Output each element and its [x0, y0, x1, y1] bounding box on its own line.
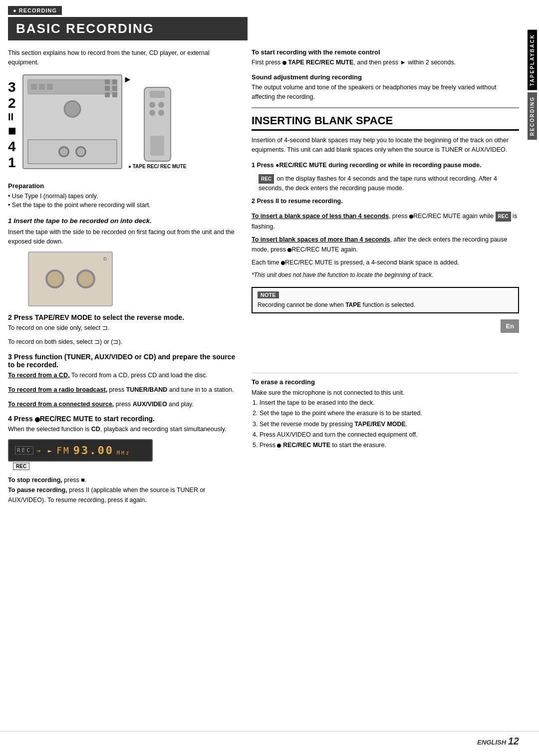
step2-heading: 2 Press TAPE/REV MODE to select the reve…	[8, 313, 236, 321]
divider-1	[252, 107, 519, 108]
erase-step-2: Set the tape to the point where the eras…	[260, 408, 519, 419]
step3-body3: To record from a connected source, press…	[8, 400, 236, 409]
step4-heading: 4 Press REC/REC MUTE to start recording.	[8, 415, 236, 423]
step4-section: 4 Press REC/REC MUTE to start recording.…	[8, 415, 236, 434]
tape-rec-label: ● TAPE REC/ REC MUTE	[128, 164, 186, 169]
display-mhz: MHz	[117, 450, 130, 456]
display-area: REC ⇒ ► FM 93.00 MHz	[8, 439, 153, 462]
step3-body1: To record from a CD, To record from a CD…	[8, 371, 236, 380]
preparation-section: Preparation Use Type I (normal) tapes on…	[8, 182, 236, 211]
prep-item-1: Use Type I (normal) tapes only.	[8, 192, 236, 201]
step3-body2: To record from a radio broadcast, press …	[8, 385, 236, 395]
step3-heading: 3 Press function (TUNER, AUX/VIDEO or CD…	[8, 353, 236, 369]
inserting-intro: Insertion of 4-second blank spaces may h…	[252, 136, 519, 155]
sound-section: Sound adjustment during recording The ou…	[252, 73, 519, 102]
step2-body1: To record on one side only, select ⊐.	[8, 323, 236, 333]
note-box: NOTE Recording cannot be done when TAPE …	[252, 287, 519, 313]
section-intro: This section explains how to record from…	[8, 48, 236, 67]
step2-section: 2 Press TAPE/REV MODE to select the reve…	[8, 313, 236, 347]
pause-text: To pause recording, press II (applicable…	[8, 485, 236, 505]
display-fm: FM	[56, 445, 70, 456]
ins-note1: To insert a blank space of less than 4 s…	[252, 211, 519, 232]
right-sidebar: TAPEPLAYBACK RECORDING	[525, 30, 539, 140]
remote-section: To start recording with the remote contr…	[252, 48, 519, 67]
step3-section: 3 Press function (TUNER, AUX/VIDEO or CD…	[8, 353, 236, 409]
ins-note2: To insert blank spaces of more than 4 se…	[252, 235, 519, 254]
note-body: Recording cannot be done when TAPE funct…	[258, 300, 513, 309]
step1-body: Insert the tape with the side to be reco…	[8, 228, 236, 247]
remote-title: To start recording with the remote contr…	[252, 48, 519, 56]
ins-notes: To insert a blank space of less than 4 s…	[252, 211, 519, 280]
tape-cassette-illustration: D	[28, 252, 113, 306]
ins-step2: 2 Press II to resume recording.	[252, 197, 519, 206]
display-freq: 93.00	[73, 444, 114, 457]
step2-body2: To record on both sides, select ⊐) or (⊐…	[8, 337, 236, 347]
main-title: BASIC RECORDING	[8, 17, 248, 40]
ins-step1-body: REC on the display flashes for 4 seconds…	[259, 174, 519, 193]
erase-step-4: Press AUX/VIDEO and turn the connected e…	[260, 430, 519, 440]
note-title: NOTE	[258, 291, 279, 298]
en-badge: En	[252, 319, 519, 333]
recording-badge: ● RECORDING	[8, 6, 519, 15]
remote-body: First press TAPE REC/REC MUTE, and then …	[252, 58, 519, 67]
inserting-title: INSERTING BLANK SPACE	[252, 114, 519, 131]
remote-control	[144, 87, 171, 162]
preparation-title: Preparation	[8, 182, 236, 190]
prep-item-2: Set the tape to the point where recordin…	[8, 201, 236, 210]
device-numbers: 3 2 II ■ 4 1	[8, 74, 16, 174]
stop-info: To stop recording, press ■. To pause rec…	[8, 475, 236, 505]
footer-text: ENGLISH 12	[477, 736, 519, 747]
erase-step-1: Insert the tape to be erased into the de…	[260, 398, 519, 408]
erase-step-3: Set the reverse mode by pressing TAPE/RE…	[260, 419, 519, 430]
page-footer: ENGLISH 12	[0, 731, 539, 751]
sound-title: Sound adjustment during recording	[252, 73, 519, 81]
erase-section: To erase a recording Make sure the micro…	[252, 373, 519, 451]
device-main-unit	[22, 74, 122, 169]
ins-italic: *This unit does not have the function to…	[252, 270, 519, 280]
prep-list: Use Type I (normal) tapes only. Set the …	[8, 192, 236, 211]
remote-area: ► ● TAPE REC/ REC MUTE	[128, 74, 186, 169]
step4-body: When the selected function is CD, playba…	[8, 425, 236, 434]
erase-title: To erase a recording	[252, 378, 519, 386]
rec-label: REC	[13, 463, 158, 470]
sidebar-recording: RECORDING	[528, 92, 537, 140]
step1-section: 1 Insert the tape to be recorded on into…	[8, 217, 236, 247]
display-arrow: ⇒ ►	[36, 447, 53, 455]
erase-intro: Make sure the microphone is not connecte…	[252, 388, 519, 398]
sound-body: The output volume and tone of the speake…	[252, 83, 519, 102]
device-illustration: 3 2 II ■ 4 1	[8, 74, 236, 174]
display-rec-small: REC	[15, 446, 33, 455]
sidebar-tapeplayback: TAPEPLAYBACK	[528, 30, 537, 90]
ins-note3: Each time REC/REC MUTE is pressed, a 4-s…	[252, 257, 519, 267]
step1-heading: 1 Insert the tape to be recorded on into…	[8, 217, 236, 225]
erase-step-5: Press REC/REC MUTE to start the erasure.	[260, 440, 519, 451]
ins-step1: 1 Press ●REC/REC MUTE during recording o…	[252, 161, 519, 170]
erase-steps-list: Insert the tape to be erased into the de…	[260, 398, 519, 451]
inserting-section: INSERTING BLANK SPACE Insertion of 4-sec…	[252, 114, 519, 333]
stop-text: To stop recording, press ■.	[8, 475, 236, 485]
